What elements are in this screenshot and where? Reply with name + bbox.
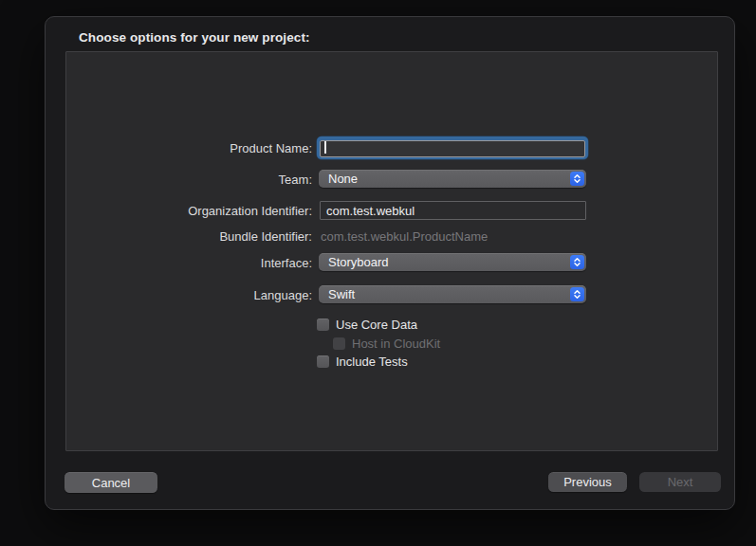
cancel-button[interactable]: Cancel (65, 472, 157, 493)
team-selected-value: None (319, 172, 586, 186)
host-in-cloudkit-checkbox (333, 337, 345, 350)
text-caret (324, 141, 326, 154)
desktop-background: Choose options for your new project: Pro… (0, 0, 756, 546)
host-in-cloudkit-row: Host in CloudKit (333, 337, 440, 351)
use-core-data-row: Use Core Data (317, 318, 417, 332)
language-selected-value: Swift (319, 287, 586, 301)
language-select[interactable]: Swift (319, 285, 586, 303)
bundle-identifier-label: Bundle Identifier: (46, 229, 312, 244)
language-label: Language: (46, 288, 312, 302)
interface-label: Interface: (46, 256, 312, 270)
use-core-data-checkbox[interactable] (317, 318, 329, 331)
interface-select[interactable]: Storyboard (319, 253, 586, 271)
use-core-data-label: Use Core Data (336, 318, 417, 332)
product-name-focus-ring (317, 136, 588, 159)
include-tests-label: Include Tests (336, 355, 408, 369)
team-label: Team: (46, 173, 312, 187)
previous-button[interactable]: Previous (548, 472, 627, 492)
product-name-label: Product Name: (46, 141, 312, 155)
include-tests-row: Include Tests (317, 355, 408, 369)
options-form-panel (65, 51, 718, 451)
organization-identifier-input[interactable] (320, 201, 586, 220)
include-tests-checkbox[interactable] (317, 355, 329, 368)
next-button[interactable]: Next (639, 472, 721, 492)
organization-identifier-label: Organization Identifier: (46, 204, 312, 218)
team-select[interactable]: None (319, 170, 586, 188)
chevron-up-down-icon (570, 172, 584, 186)
dialog-title: Choose options for your new project: (79, 30, 310, 45)
chevron-up-down-icon (570, 255, 584, 269)
chevron-up-down-icon (570, 287, 584, 301)
product-name-input[interactable] (320, 140, 585, 157)
bundle-identifier-value: com.test.webkul.ProductName (321, 229, 488, 244)
interface-selected-value: Storyboard (319, 255, 586, 269)
host-in-cloudkit-label: Host in CloudKit (352, 337, 440, 351)
new-project-options-dialog: Choose options for your new project: Pro… (45, 16, 735, 510)
